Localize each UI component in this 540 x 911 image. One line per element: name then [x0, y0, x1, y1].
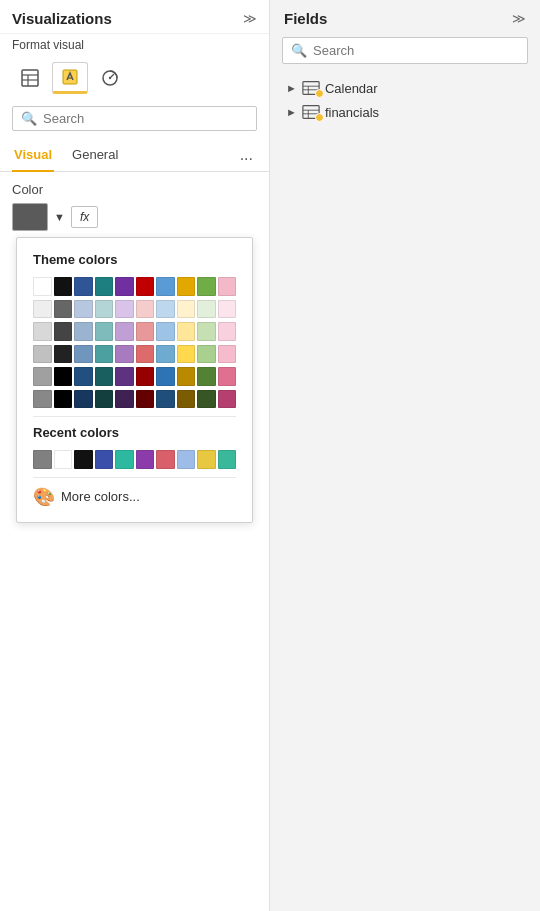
color-cell[interactable] — [74, 367, 93, 386]
color-cell[interactable] — [115, 345, 134, 364]
color-cell[interactable] — [54, 300, 73, 319]
color-cell[interactable] — [218, 300, 237, 319]
color-cell[interactable] — [115, 390, 134, 409]
theme-color-row1 — [33, 277, 236, 296]
color-cell[interactable] — [54, 277, 73, 296]
svg-point-8 — [109, 77, 111, 79]
color-cell[interactable] — [95, 390, 114, 409]
color-cell[interactable] — [218, 345, 237, 364]
color-cell[interactable] — [197, 322, 216, 341]
color-cell[interactable] — [33, 277, 52, 296]
color-cell[interactable] — [95, 300, 114, 319]
color-cell[interactable] — [33, 345, 52, 364]
color-cell[interactable] — [136, 277, 155, 296]
color-chevron[interactable]: ▼ — [52, 211, 67, 223]
color-cell[interactable] — [74, 345, 93, 364]
color-cell[interactable] — [177, 300, 196, 319]
color-cell[interactable] — [54, 345, 73, 364]
color-cell[interactable] — [197, 345, 216, 364]
color-cell[interactable] — [156, 390, 175, 409]
table-icon-btn[interactable] — [12, 62, 48, 94]
color-cell[interactable] — [95, 345, 114, 364]
field-chevron: ► — [286, 82, 297, 94]
color-cell[interactable] — [33, 367, 52, 386]
color-cell[interactable] — [74, 390, 93, 409]
color-cell[interactable] — [33, 322, 52, 341]
color-cell[interactable] — [74, 322, 93, 341]
color-cell[interactable] — [177, 322, 196, 341]
color-cell[interactable] — [218, 322, 237, 341]
color-cell[interactable] — [136, 345, 155, 364]
color-cell[interactable] — [54, 390, 73, 409]
color-swatch-btn[interactable] — [12, 203, 48, 231]
color-cell[interactable] — [95, 322, 114, 341]
recent-color-cell[interactable] — [136, 450, 155, 469]
more-colors-row[interactable]: 🎨 More colors... — [33, 486, 236, 508]
format-visual-label: Format visual — [0, 34, 269, 58]
color-cell[interactable] — [33, 300, 52, 319]
color-cell[interactable] — [197, 367, 216, 386]
color-cell[interactable] — [156, 322, 175, 341]
color-cell[interactable] — [95, 367, 114, 386]
color-cell[interactable] — [197, 300, 216, 319]
badge-dot — [315, 89, 324, 98]
color-cell[interactable] — [95, 277, 114, 296]
color-cell[interactable] — [177, 367, 196, 386]
field-item[interactable]: ► financials — [282, 100, 528, 124]
color-cell[interactable] — [54, 367, 73, 386]
theme-color-row6 — [33, 390, 236, 409]
recent-color-cell[interactable] — [54, 450, 73, 469]
fields-search-input[interactable] — [313, 43, 519, 58]
visualizations-panel: Visualizations ≫ Format visual — [0, 0, 270, 911]
svg-rect-0 — [22, 70, 38, 86]
color-cell[interactable] — [156, 367, 175, 386]
left-search-box[interactable]: 🔍 — [12, 106, 257, 131]
fields-expand-icon[interactable]: ≫ — [512, 11, 526, 26]
field-item[interactable]: ► Calendar — [282, 76, 528, 100]
color-cell[interactable] — [115, 277, 134, 296]
color-cell[interactable] — [74, 277, 93, 296]
tab-general[interactable]: General — [70, 139, 120, 172]
color-cell[interactable] — [197, 277, 216, 296]
color-cell[interactable] — [177, 277, 196, 296]
recent-color-cell[interactable] — [74, 450, 93, 469]
color-cell[interactable] — [115, 322, 134, 341]
analytics-icon-btn[interactable] — [92, 62, 128, 94]
color-cell[interactable] — [156, 345, 175, 364]
color-cell[interactable] — [136, 322, 155, 341]
color-cell[interactable] — [218, 277, 237, 296]
recent-color-cell[interactable] — [197, 450, 216, 469]
format-icon-btn[interactable] — [52, 62, 88, 94]
fields-search-box[interactable]: 🔍 — [282, 37, 528, 64]
color-cell[interactable] — [136, 367, 155, 386]
fields-search-icon: 🔍 — [291, 43, 307, 58]
color-cell[interactable] — [156, 277, 175, 296]
format-icon — [60, 67, 80, 87]
color-cell[interactable] — [177, 390, 196, 409]
color-cell[interactable] — [74, 300, 93, 319]
color-cell[interactable] — [136, 390, 155, 409]
field-name: financials — [325, 105, 379, 120]
expand-icon[interactable]: ≫ — [243, 11, 257, 26]
tab-more[interactable]: ... — [236, 142, 257, 168]
fx-button[interactable]: fx — [71, 206, 98, 228]
color-cell[interactable] — [177, 345, 196, 364]
color-cell[interactable] — [33, 390, 52, 409]
color-cell[interactable] — [197, 390, 216, 409]
color-cell[interactable] — [54, 322, 73, 341]
color-cell[interactable] — [136, 300, 155, 319]
recent-color-cell[interactable] — [115, 450, 134, 469]
color-cell[interactable] — [156, 300, 175, 319]
color-cell[interactable] — [218, 367, 237, 386]
recent-color-cell[interactable] — [95, 450, 114, 469]
recent-color-cell[interactable] — [218, 450, 237, 469]
recent-color-cell[interactable] — [156, 450, 175, 469]
panel-title: Visualizations — [12, 10, 112, 27]
left-search-input[interactable] — [43, 111, 248, 126]
tab-visual[interactable]: Visual — [12, 139, 54, 172]
color-cell[interactable] — [115, 367, 134, 386]
color-cell[interactable] — [218, 390, 237, 409]
recent-color-cell[interactable] — [177, 450, 196, 469]
color-cell[interactable] — [115, 300, 134, 319]
recent-color-cell[interactable] — [33, 450, 52, 469]
